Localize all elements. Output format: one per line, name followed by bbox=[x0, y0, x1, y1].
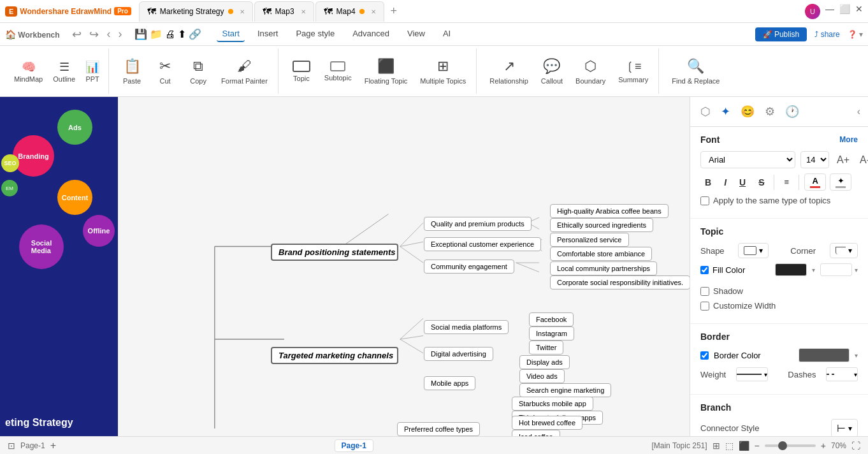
font-decrease-button[interactable]: A- bbox=[857, 153, 868, 167]
menu-tab-advanced[interactable]: Advanced bbox=[347, 26, 394, 42]
zoom-out-button[interactable]: − bbox=[755, 441, 760, 451]
minimize-button[interactable]: — bbox=[825, 4, 834, 19]
panel-tab-settings[interactable]: ⚙ bbox=[762, 102, 778, 121]
node-preferred-coffee[interactable]: Preferred coffee types bbox=[397, 422, 480, 436]
fullscreen-button[interactable]: ⛶ bbox=[851, 441, 860, 451]
italic-button[interactable]: I bbox=[720, 175, 731, 190]
node-iced-coffee[interactable]: Iced coffee bbox=[512, 430, 560, 436]
current-page-tab[interactable]: Page-1 bbox=[335, 439, 373, 452]
print-button[interactable]: 🖨 bbox=[165, 29, 175, 40]
fill-color-checkbox[interactable] bbox=[700, 266, 709, 274]
border-color-picker[interactable]: ▾ bbox=[799, 348, 858, 362]
panel-tab-shape[interactable]: ⬡ bbox=[698, 102, 713, 121]
workbench-label[interactable]: 🏠 Workbench bbox=[5, 29, 59, 40]
back-button[interactable]: ‹ bbox=[104, 26, 113, 42]
tab-close[interactable]: ✕ bbox=[240, 8, 245, 15]
find-replace-button[interactable]: 🔍 Find & Replace bbox=[667, 55, 725, 87]
font-size-select[interactable]: 14 12 16 18 bbox=[800, 151, 829, 168]
format-painter-button[interactable]: 🖌 Format Painter bbox=[216, 55, 273, 87]
panel-tab-emoji[interactable]: 😊 bbox=[738, 102, 757, 121]
tab-close[interactable]: ✕ bbox=[301, 8, 306, 15]
menu-tab-ai[interactable]: AI bbox=[438, 26, 456, 42]
undo-button[interactable]: ↩ bbox=[69, 26, 84, 43]
border-color-swatch[interactable] bbox=[799, 348, 850, 362]
apply-same-checkbox[interactable] bbox=[700, 196, 709, 205]
callout-button[interactable]: 💬 Callout bbox=[536, 55, 568, 87]
menu-tab-insert[interactable]: Insert bbox=[252, 26, 284, 42]
connector-style-selector[interactable]: ⊢ ▾ bbox=[831, 419, 858, 436]
panel-expand-button[interactable]: ‹ bbox=[857, 106, 860, 117]
menu-tab-view[interactable]: View bbox=[402, 26, 430, 42]
add-page-button[interactable]: + bbox=[50, 440, 56, 451]
topic-button[interactable]: Topic bbox=[286, 58, 317, 85]
node-local-comm[interactable]: Local community partnerships bbox=[550, 261, 657, 275]
share-button[interactable]: ⤴ share bbox=[814, 30, 839, 39]
share-file-button[interactable]: 🔗 bbox=[189, 28, 201, 40]
preview-bubble-social[interactable]: SocialMedia bbox=[19, 224, 64, 269]
node-targeted-marketing[interactable]: Targeted marketing channels bbox=[271, 347, 398, 364]
border-color-dropdown-arrow[interactable]: ▾ bbox=[855, 352, 858, 359]
font-color-button[interactable]: A bbox=[804, 173, 826, 191]
view-mode-button-3[interactable]: ⬛ bbox=[739, 441, 749, 451]
tab-marketing-strategy[interactable]: 🗺 Marketing Strategy ✕ bbox=[139, 1, 253, 22]
zoom-in-button[interactable]: + bbox=[821, 441, 826, 451]
save-button[interactable]: 💾 bbox=[134, 28, 147, 40]
node-personalized[interactable]: Personalized service bbox=[550, 233, 629, 247]
new-tab-button[interactable]: + bbox=[386, 4, 403, 18]
node-digital-advertising[interactable]: Digital advertising bbox=[424, 347, 493, 361]
node-hq-arabica[interactable]: High-quality Arabica coffee beans bbox=[550, 204, 669, 218]
node-brand-positioning[interactable]: Brand positioning statements bbox=[271, 244, 398, 261]
node-starbucks-app[interactable]: Starbucks mobile app bbox=[512, 397, 593, 411]
cut-button[interactable]: ✂ Cut bbox=[150, 55, 180, 87]
subtopic-button[interactable]: Subtopic bbox=[319, 59, 357, 84]
fit-view-button[interactable]: ⊡ bbox=[8, 441, 15, 451]
node-video-ads[interactable]: Video ads bbox=[519, 369, 565, 383]
node-exceptional[interactable]: Exceptional customer experience bbox=[424, 237, 541, 251]
weight-selector[interactable]: ▾ bbox=[736, 367, 768, 381]
copy-button[interactable]: ⧉ Copy bbox=[183, 55, 213, 87]
tab-close[interactable]: ✕ bbox=[371, 8, 376, 15]
help-button[interactable]: ❓ ▾ bbox=[848, 30, 863, 39]
node-display-ads[interactable]: Display ads bbox=[519, 355, 570, 369]
tab-map4[interactable]: 🗺 Map4 ✕ bbox=[315, 1, 384, 22]
publish-button[interactable]: 🚀 Publish bbox=[755, 27, 807, 41]
preview-bubble-content[interactable]: Content bbox=[57, 180, 92, 215]
preview-bubble-ads[interactable]: Ads bbox=[57, 110, 92, 145]
fill-secondary-arrow[interactable]: ▾ bbox=[855, 267, 858, 274]
shape-selector[interactable]: ▾ bbox=[738, 243, 769, 258]
node-sem[interactable]: Search engine marketing bbox=[519, 383, 611, 397]
open-button[interactable]: 📁 bbox=[150, 28, 163, 40]
node-community-eng[interactable]: Community engagement bbox=[424, 260, 514, 274]
summary-button[interactable]: ❲≡ Summary bbox=[613, 57, 653, 86]
node-ethically[interactable]: Ethically sourced ingredients bbox=[550, 218, 653, 232]
ppt-view-button[interactable]: 📊 PPT bbox=[82, 57, 103, 85]
panel-tab-style[interactable]: ✦ bbox=[718, 102, 733, 121]
node-twitter[interactable]: Twitter bbox=[529, 340, 563, 355]
strikethrough-button[interactable]: S bbox=[754, 175, 769, 190]
tab-map3[interactable]: 🗺 Map3 ✕ bbox=[254, 1, 314, 22]
bold-button[interactable]: B bbox=[700, 175, 716, 190]
node-hot-brewed[interactable]: Hot brewed coffee bbox=[512, 416, 582, 430]
relationship-button[interactable]: ↗ Relationship bbox=[484, 55, 533, 87]
menu-tab-start[interactable]: Start bbox=[217, 26, 244, 42]
export-button[interactable]: ⬆ bbox=[178, 28, 186, 40]
preview-bubble-email[interactable]: EM bbox=[1, 180, 18, 196]
border-color-checkbox[interactable] bbox=[700, 351, 709, 360]
font-more-button[interactable]: More bbox=[839, 135, 858, 144]
close-button[interactable]: ✕ bbox=[855, 4, 863, 19]
redo-button[interactable]: ↪ bbox=[87, 26, 101, 43]
font-name-select[interactable]: Arial Times New Roman Helvetica bbox=[700, 151, 795, 168]
fill-secondary-color[interactable]: ▾ bbox=[820, 263, 858, 276]
view-mode-button-1[interactable]: ⊞ bbox=[712, 441, 720, 451]
menu-tab-pagestyle[interactable]: Page style bbox=[291, 26, 340, 42]
preview-bubble-offline[interactable]: Offline bbox=[83, 215, 115, 247]
node-social-media-platforms[interactable]: Social media platforms bbox=[424, 320, 509, 334]
node-instagram[interactable]: Instagram bbox=[529, 326, 574, 340]
corner-selector[interactable]: ▾ bbox=[830, 243, 858, 258]
node-quality[interactable]: Quality and premium products bbox=[424, 217, 532, 231]
fill-color-swatch[interactable] bbox=[775, 263, 807, 276]
panel-tab-history[interactable]: 🕐 bbox=[783, 102, 802, 121]
node-comfortable[interactable]: Comfortable store ambiance bbox=[550, 247, 652, 261]
view-mode-button-2[interactable]: ⬚ bbox=[725, 441, 734, 451]
floating-topic-button[interactable]: ⬛ Floating Topic bbox=[359, 55, 413, 87]
